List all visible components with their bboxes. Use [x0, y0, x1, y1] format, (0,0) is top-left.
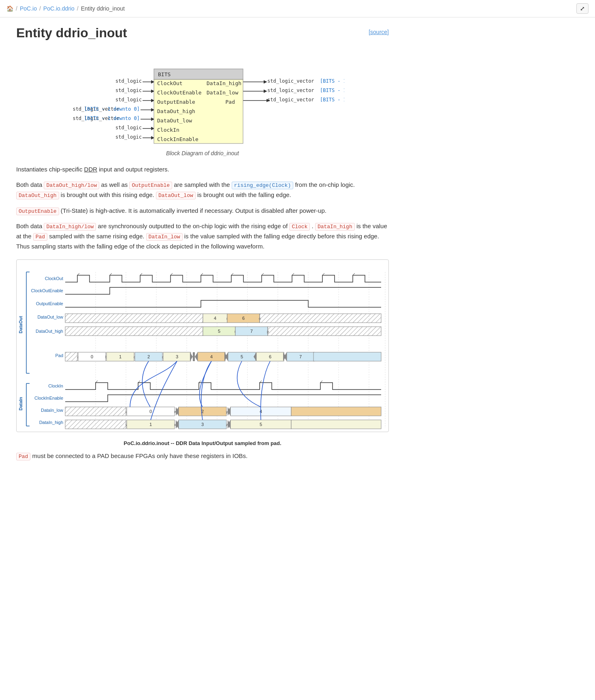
svg-text:std_logic_vector: std_logic_vector [267, 97, 314, 103]
svg-text:DataOut: DataOut [18, 316, 23, 333]
svg-text:DataIn: DataIn [18, 397, 23, 411]
svg-text:6: 6 [269, 354, 271, 359]
svg-text:ClockOut: ClockOut [45, 276, 63, 281]
svg-text:std_logic_vector: std_logic_vector [267, 78, 314, 84]
block-diagram: std_logic std_logic std_logic std_logic_… [61, 49, 344, 146]
svg-text:ClockOutEnable: ClockOutEnable [157, 90, 202, 96]
svg-text:ClockInEnable: ClockInEnable [34, 396, 63, 400]
diagram-container: std_logic std_logic std_logic std_logic_… [16, 49, 389, 146]
code-dataout-low: DataOut_low [156, 192, 196, 199]
svg-text:Pad: Pad [226, 99, 235, 105]
svg-text:7: 7 [299, 354, 302, 359]
code-datain-low: DataIn_low [146, 233, 183, 241]
svg-marker-114 [195, 352, 198, 361]
poc-io-link[interactable]: PoC.io [20, 5, 37, 12]
svg-text:[BITS - 1 downto 0]: [BITS - 1 downto 0] [320, 78, 344, 84]
code-datain-highlow: DataIn_high/low [44, 223, 96, 231]
svg-rect-148 [291, 407, 381, 416]
svg-text:ClockIn: ClockIn [157, 127, 179, 133]
svg-text:BITS: BITS [158, 71, 171, 77]
svg-text:DataOut_low: DataOut_low [157, 118, 192, 124]
svg-marker-118 [225, 352, 228, 361]
desc-para-1: Instantiates chip-specific DDR input and… [16, 165, 389, 174]
bottom-note: Pad must be connected to a PAD because F… [16, 451, 389, 461]
svg-rect-134 [65, 407, 126, 416]
waveform-container: ⤢ DataOut DataIn ClockOut ClockOutEnable… [16, 259, 389, 432]
desc-para-2: Both data DataOut_high/low as well as Ou… [16, 180, 389, 200]
code-pad: Pad [33, 233, 47, 241]
code-dataout-highlow: DataOut_high/low [44, 182, 99, 189]
desc-para-4: Both data DataIn_high/low are synchronou… [16, 221, 389, 251]
svg-text:7: 7 [250, 329, 253, 334]
code-clock: Clock [289, 223, 310, 231]
svg-text:3: 3 [176, 354, 178, 359]
svg-text:5: 5 [218, 329, 220, 334]
svg-rect-97 [65, 352, 77, 361]
code-dataout-high: DataOut_high [16, 192, 59, 199]
svg-rect-149 [65, 420, 126, 429]
svg-text:DataIn_high: DataIn_high [207, 80, 241, 86]
svg-text:5: 5 [241, 354, 243, 359]
expand-button[interactable]: ⤢ [576, 3, 589, 14]
diagram-caption: Block Diagram of ddrio_inout [16, 150, 389, 156]
svg-rect-128 [313, 352, 381, 361]
code-datain-high: DataIn_high [315, 223, 355, 231]
svg-text:std_logic: std_logic [115, 134, 142, 140]
svg-marker-126 [284, 352, 287, 361]
svg-rect-88 [260, 314, 381, 323]
desc-para-3: OutputEnable (Tri-State) is high-active.… [16, 206, 389, 216]
svg-rect-81 [65, 314, 203, 323]
home-link[interactable]: 🏠 [6, 5, 13, 12]
code-rising-edge: rising_edge(Clock) [232, 182, 293, 189]
svg-rect-163 [291, 420, 381, 429]
svg-text:[BITS - 1 downto 0]: [BITS - 1 downto 0] [320, 88, 344, 93]
code-pad-note: Pad [16, 453, 30, 460]
svg-text:std_logic: std_logic [115, 125, 142, 131]
svg-text:ClockIn: ClockIn [48, 383, 63, 388]
code-outputenable: OutputEnable [129, 182, 172, 189]
svg-text:2: 2 [147, 354, 150, 359]
svg-marker-110 [190, 352, 193, 361]
poc-io-ddrio-link[interactable]: PoC.io.ddrio [43, 5, 75, 12]
svg-text:DataOut_low: DataOut_low [37, 315, 63, 319]
svg-text:1: 1 [119, 354, 122, 359]
svg-text:0: 0 [149, 409, 152, 414]
svg-text:ClockOutEnable: ClockOutEnable [31, 288, 64, 293]
source-link[interactable]: [source] [369, 29, 389, 35]
svg-text:std_logic: std_logic [115, 97, 142, 103]
main-content: [source] Entity ddrio_inout std_logic st… [0, 17, 405, 484]
svg-text:OutputEnable: OutputEnable [157, 99, 195, 105]
svg-rect-89 [65, 327, 203, 336]
svg-text:Pad: Pad [55, 353, 63, 358]
svg-text:DataOut_high: DataOut_high [157, 108, 195, 114]
svg-text:OutputEnable: OutputEnable [36, 301, 63, 306]
code-outputenable2: OutputEnable [16, 208, 59, 215]
svg-text:[BITS - 1 downto 0]: [BITS - 1 downto 0] [84, 106, 140, 112]
svg-text:0: 0 [91, 354, 93, 359]
svg-text:4: 4 [210, 354, 213, 359]
current-page: Entity ddrio_inout [81, 5, 125, 12]
svg-text:ClockInEnable: ClockInEnable [157, 136, 198, 142]
svg-text:DataIn_low: DataIn_low [207, 90, 238, 96]
svg-text:1: 1 [149, 422, 152, 427]
svg-text:DataIn_low: DataIn_low [41, 408, 63, 413]
svg-text:6: 6 [242, 316, 245, 321]
svg-text:DataOut_high: DataOut_high [36, 329, 63, 334]
waveform-caption: PoC.io.ddrio.inout -- DDR Data Input/Out… [16, 440, 389, 446]
svg-text:std_logic: std_logic [115, 88, 142, 93]
breadcrumb: 🏠 / PoC.io / PoC.io.ddrio / Entity ddrio… [6, 5, 125, 12]
page-title: Entity ddrio_inout [16, 26, 389, 41]
svg-rect-111 [193, 352, 195, 361]
svg-text:[BITS - 1 downto 0]: [BITS - 1 downto 0] [84, 116, 140, 121]
svg-text:5: 5 [260, 422, 262, 427]
svg-text:3: 3 [201, 422, 204, 427]
top-bar: 🏠 / PoC.io / PoC.io.ddrio / Entity ddrio… [0, 0, 595, 17]
svg-text:std_logic_vector: std_logic_vector [267, 88, 314, 93]
svg-rect-96 [268, 327, 381, 336]
svg-text:DataIn_high: DataIn_high [39, 420, 63, 425]
description: Instantiates chip-specific DDR input and… [16, 165, 389, 251]
svg-text:[BITS - 1 downto 0]: [BITS - 1 downto 0] [320, 97, 344, 103]
svg-text:ClockOut: ClockOut [157, 80, 183, 86]
svg-text:std_logic: std_logic [115, 78, 142, 84]
svg-text:4: 4 [214, 316, 216, 321]
